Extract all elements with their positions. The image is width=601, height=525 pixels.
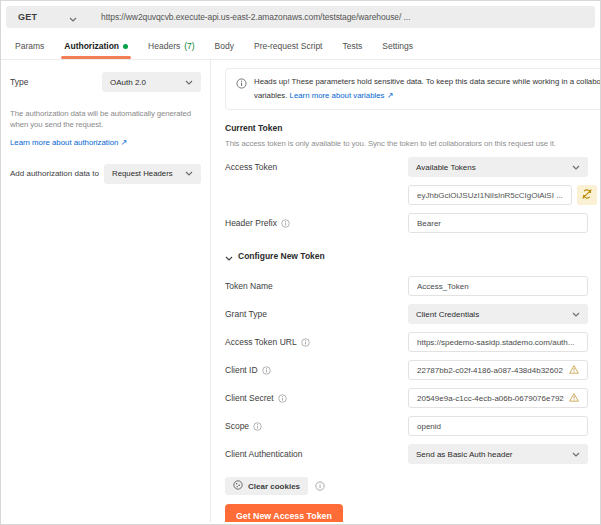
cookie-icon — [233, 480, 243, 492]
learn-more-variables-link[interactable]: Learn more about variables ↗ — [290, 91, 394, 100]
tab-settings[interactable]: Settings — [372, 33, 423, 59]
configure-new-token-title: Configure New Token — [238, 251, 325, 261]
form-row: Scope openid — [225, 416, 600, 436]
request-editor-window: GET https://ww2quvqcvb.execute-api.us-ea… — [0, 0, 601, 525]
clear-cookies-button[interactable]: Clear cookies — [225, 477, 308, 495]
current-token-description: This access token is only available to y… — [225, 139, 600, 148]
add-auth-data-select[interactable]: Request Headers — [104, 164, 201, 184]
form-row: eyJhbGciOiJSUzI1NiIsInR5cCIgOiAiSI ... — [225, 185, 600, 205]
url-bar: GET https://ww2quvqcvb.execute-api.us-ea… — [6, 6, 595, 28]
tab-body[interactable]: Body — [205, 33, 244, 59]
add-auth-data-label: Add authorization data to — [10, 169, 99, 178]
chevron-down-icon — [185, 78, 193, 87]
info-circle-icon — [236, 78, 247, 89]
tab-authorization[interactable]: Authorization — [54, 33, 138, 59]
form-row: Client Secret 20549e9a-c1cc-4ecb-a06b-06… — [225, 388, 600, 408]
tab-label: Pre-request Script — [254, 41, 323, 51]
configure-new-token-header[interactable]: Configure New Token — [225, 247, 600, 265]
get-new-access-token-button[interactable]: Get New Access Token — [225, 504, 343, 522]
add-auth-data-value: Request Headers — [112, 169, 173, 178]
tab-headers[interactable]: Headers (7) — [138, 33, 205, 59]
auth-footer: Clear cookies Get New Access Token — [225, 477, 600, 522]
clear-cookies-row: Clear cookies — [225, 477, 600, 495]
scope-label: Scope — [225, 421, 408, 431]
add-auth-data-row: Add authorization data to Request Header… — [10, 164, 201, 184]
info-circle-icon[interactable] — [301, 338, 310, 347]
client-authentication-select[interactable]: Send as Basic Auth header — [408, 444, 588, 464]
tab-params[interactable]: Params — [5, 33, 54, 59]
authorization-panel: Type OAuth 2.0 The authorization data wi… — [1, 60, 600, 522]
tab-label: Authorization — [64, 41, 119, 51]
info-circle-icon[interactable] — [315, 481, 325, 491]
form-row: Token Name Access_Token — [225, 276, 600, 296]
current-token-title: Current Token — [225, 123, 600, 133]
auth-type-label: Type — [10, 77, 28, 87]
header-prefix-label: Header Prefix — [225, 218, 408, 228]
chevron-down-icon — [225, 247, 233, 265]
info-circle-icon[interactable] — [262, 366, 271, 375]
method-label: GET — [18, 12, 37, 22]
form-row: Header Prefix Bearer — [225, 213, 600, 233]
header-prefix-input[interactable]: Bearer — [408, 213, 588, 233]
headers-count-badge: (7) — [184, 41, 194, 51]
request-tabs: Params Authorization Headers (7) Body Pr… — [1, 33, 600, 60]
warning-triangle-icon — [569, 393, 579, 404]
learn-more-authorization-link[interactable]: Learn more about authorization ↗ — [10, 138, 127, 147]
tab-label: Settings — [382, 41, 413, 51]
form-row: Client Authentication Send as Basic Auth… — [225, 444, 600, 464]
client-authentication-label: Client Authentication — [225, 449, 408, 459]
form-row: Access Token URL https://spedemo-sasidp.… — [225, 332, 600, 352]
form-row: Access Token Available Tokens — [225, 157, 600, 177]
notice-line-1: Heads up! These parameters hold sensitiv… — [254, 75, 600, 89]
info-circle-icon[interactable] — [253, 422, 262, 431]
form-row: Grant Type Client Credentials — [225, 304, 600, 324]
chevron-down-icon — [69, 8, 77, 26]
chevron-down-icon — [572, 310, 580, 319]
chevron-down-icon — [185, 169, 193, 178]
access-token-label: Access Token — [225, 162, 408, 172]
form-row: Client ID 22787bb2-c02f-4186-a087-438d4b… — [225, 360, 600, 380]
auth-type-value: OAuth 2.0 — [110, 78, 146, 87]
notice-line-2: variables. Learn more about variables ↗ — [254, 89, 600, 103]
scope-input[interactable]: openid — [408, 416, 588, 436]
client-secret-input[interactable]: 20549e9a-c1cc-4ecb-a06b-0679076e792 — [408, 388, 588, 408]
token-name-label: Token Name — [225, 281, 408, 291]
chevron-down-icon — [572, 450, 580, 459]
auto-generate-note: The authorization data will be automatic… — [10, 108, 201, 131]
warning-triangle-icon — [569, 365, 579, 376]
notice-text: Heads up! These parameters hold sensitiv… — [254, 75, 600, 103]
client-id-input[interactable]: 22787bb2-c02f-4186-a087-438d4b32602 — [408, 360, 588, 380]
chevron-down-icon — [572, 163, 580, 172]
tab-pre-request-script[interactable]: Pre-request Script — [244, 33, 333, 59]
auth-main: Heads up! These parameters hold sensitiv… — [211, 60, 600, 522]
tab-tests[interactable]: Tests — [332, 33, 372, 59]
auth-sidebar: Type OAuth 2.0 The authorization data wi… — [1, 60, 211, 522]
grant-type-label: Grant Type — [225, 309, 408, 319]
access-token-url-label: Access Token URL — [225, 337, 408, 347]
green-status-dot — [123, 44, 128, 49]
sensitive-data-notice: Heads up! These parameters hold sensitiv… — [225, 68, 600, 110]
client-secret-label: Client Secret — [225, 393, 408, 403]
tab-label: Body — [215, 41, 234, 51]
grant-type-select[interactable]: Client Credentials — [408, 304, 588, 324]
info-circle-icon[interactable] — [278, 394, 287, 403]
access-token-url-input[interactable]: https://spedemo-sasidp.stademo.com/auth.… — [408, 332, 588, 352]
tab-label: Params — [15, 41, 44, 51]
request-bar: GET https://ww2quvqcvb.execute-api.us-ea… — [1, 1, 600, 33]
method-select[interactable]: GET — [6, 6, 87, 28]
token-value-group: eyJhbGciOiJSUzI1NiIsInR5cCIgOiAiSI ... — [408, 185, 588, 205]
access-token-value-input[interactable]: eyJhbGciOiJSUzI1NiIsInR5cCIgOiAiSI ... — [408, 185, 572, 205]
tab-label: Headers — [148, 41, 180, 51]
token-sync-disabled-button[interactable] — [577, 185, 597, 205]
sync-disabled-icon — [581, 188, 593, 203]
auth-type-select[interactable]: OAuth 2.0 — [102, 72, 201, 92]
token-name-input[interactable]: Access_Token — [408, 276, 588, 296]
client-id-label: Client ID — [225, 365, 408, 375]
available-tokens-select[interactable]: Available Tokens — [408, 157, 588, 177]
info-circle-icon[interactable] — [281, 219, 290, 228]
auth-type-row: Type OAuth 2.0 — [10, 72, 201, 92]
url-input[interactable]: https://ww2quvqcvb.execute-api.us-east-2… — [87, 12, 595, 22]
tab-label: Tests — [342, 41, 362, 51]
